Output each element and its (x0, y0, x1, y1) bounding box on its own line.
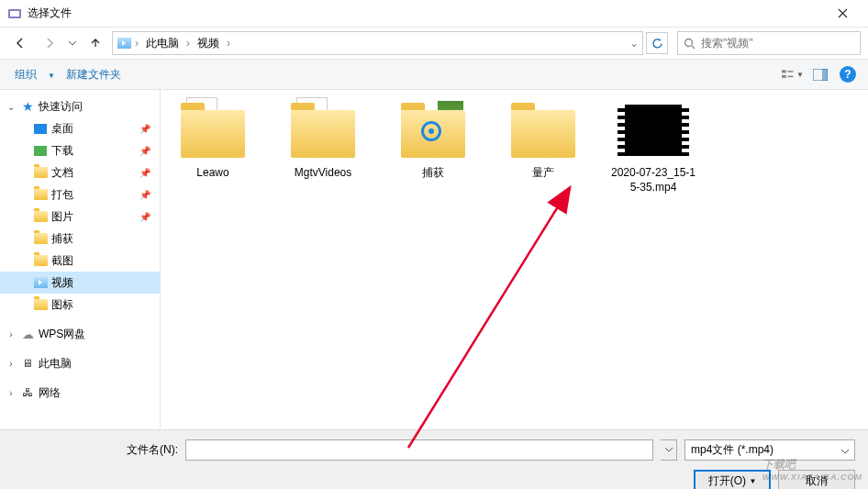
refresh-button[interactable] (646, 32, 668, 54)
expand-icon[interactable]: › (6, 329, 17, 339)
svg-line-9 (408, 189, 569, 448)
collapse-icon[interactable]: ⌄ (6, 102, 17, 112)
sidebar-item-label: WPS网盘 (39, 327, 85, 342)
open-button[interactable]: 打开(O) ▼ (694, 470, 771, 489)
annotation-arrow (390, 172, 592, 457)
view-options-button[interactable]: ▼ (782, 63, 804, 85)
chevron-right-icon: › (227, 37, 230, 50)
sidebar-quick-access[interactable]: ⌄ ★ 快速访问 (0, 95, 160, 117)
sidebar-this-pc[interactable]: › 🖥 此电脑 (0, 352, 160, 374)
organize-dropdown-icon[interactable]: ▼ (48, 72, 55, 80)
sidebar-item-label: 桌面 (51, 121, 73, 137)
toolbar: 组织 ▼ 新建文件夹 ▼ ? (0, 59, 868, 90)
search-input[interactable] (701, 37, 854, 50)
folder-icon (33, 165, 48, 180)
pin-icon: 📌 (139, 212, 150, 222)
file-item-4[interactable]: 2020-07-23_15-15-35.mp4 (608, 103, 698, 194)
organize-button[interactable]: 组织 (9, 63, 42, 86)
history-dropdown[interactable] (66, 41, 79, 46)
sidebar-item-6[interactable]: 截图 (0, 250, 160, 272)
up-button[interactable] (83, 31, 108, 55)
file-item-0[interactable]: Leawo (168, 103, 258, 194)
chevron-down-icon (841, 444, 849, 457)
pin-icon: 📌 (139, 124, 150, 134)
folder-icon (33, 297, 48, 312)
blue-icon (33, 121, 48, 136)
preview-pane-button[interactable] (809, 63, 831, 85)
sidebar-network[interactable]: › 🖧 网络 (0, 382, 160, 404)
network-icon: 🖧 (20, 385, 35, 400)
file-item-3[interactable]: 量产 (498, 103, 588, 194)
navbar: › 此电脑 › 视频 › ⌄ (0, 28, 868, 59)
sidebar-item-8[interactable]: 图标 (0, 294, 160, 316)
sidebar-item-label: 此电脑 (39, 356, 72, 372)
sidebar-item-label: 捕获 (51, 231, 73, 247)
sidebar-item-label: 快速访问 (39, 99, 83, 115)
sidebar-item-label: 截图 (51, 253, 73, 269)
sidebar: ⌄ ★ 快速访问 桌面📌下载📌文档📌打包📌图片📌捕获截图视频图标 › ☁ WPS… (0, 90, 161, 429)
pc-icon: 🖥 (20, 356, 35, 371)
search-box[interactable] (677, 31, 861, 55)
split-dropdown-icon: ▼ (749, 477, 756, 485)
sidebar-item-7[interactable]: 视频 (0, 272, 160, 294)
item-thumb (177, 103, 249, 160)
filename-dropdown[interactable] (661, 439, 677, 461)
sidebar-item-0[interactable]: 桌面📌 (0, 117, 160, 139)
item-label: MgtvVideos (295, 165, 351, 180)
star-icon: ★ (20, 99, 35, 114)
sidebar-item-2[interactable]: 文档📌 (0, 161, 160, 183)
sidebar-item-4[interactable]: 图片📌 (0, 206, 160, 228)
file-type-filter[interactable]: mp4文件 (*.mp4) (684, 439, 855, 461)
folder-icon (33, 209, 48, 224)
breadcrumb-pc[interactable]: 此电脑 (142, 34, 183, 53)
sidebar-item-label: 图标 (51, 297, 73, 313)
svg-rect-8 (822, 69, 828, 81)
cloud-icon: ☁ (20, 327, 35, 341)
folder-icon (33, 187, 48, 202)
folder-icon (33, 231, 48, 246)
svg-rect-1 (10, 11, 19, 17)
close-button[interactable] (824, 0, 861, 28)
expand-icon[interactable]: › (6, 359, 17, 369)
file-list[interactable]: LeawoMgtvVideos捕获量产2020-07-23_15-15-35.m… (161, 90, 868, 429)
breadcrumb-videos[interactable]: 视频 (194, 34, 223, 53)
item-thumb (618, 103, 689, 160)
green-icon (33, 143, 48, 158)
cancel-button[interactable]: 取消 (778, 470, 855, 489)
folder-icon (33, 253, 48, 268)
chevron-right-icon: › (135, 37, 139, 50)
file-item-1[interactable]: MgtvVideos (278, 103, 368, 194)
forward-button[interactable] (37, 31, 62, 55)
video-icon (33, 275, 48, 290)
app-icon (7, 6, 22, 21)
filename-label: 文件名(N): (13, 442, 178, 458)
new-folder-button[interactable]: 新建文件夹 (61, 63, 127, 86)
sidebar-item-label: 图片 (51, 209, 73, 225)
item-thumb (507, 103, 579, 160)
svg-point-2 (685, 39, 693, 46)
address-dropdown[interactable]: ⌄ (629, 37, 639, 50)
sidebar-item-3[interactable]: 打包📌 (0, 183, 160, 206)
help-icon: ? (840, 66, 856, 83)
help-button[interactable]: ? (837, 63, 859, 85)
item-label: 捕获 (422, 165, 444, 180)
sidebar-item-label: 视频 (51, 275, 73, 291)
back-button[interactable] (7, 31, 33, 55)
chevron-right-icon: › (186, 37, 190, 50)
item-label: Leawo (196, 165, 228, 180)
sidebar-item-5[interactable]: 捕获 (0, 228, 160, 250)
svg-rect-5 (787, 71, 793, 72)
sidebar-item-1[interactable]: 下载📌 (0, 139, 160, 161)
expand-icon[interactable]: › (6, 388, 17, 398)
svg-rect-6 (787, 76, 793, 78)
sidebar-item-label: 下载 (51, 143, 73, 159)
item-label: 量产 (532, 165, 554, 180)
address-bar[interactable]: › 此电脑 › 视频 › ⌄ (112, 31, 643, 55)
filename-input[interactable] (185, 439, 653, 461)
pin-icon: 📌 (139, 146, 150, 156)
sidebar-wps[interactable]: › ☁ WPS网盘 (0, 323, 160, 345)
filter-label: mp4文件 (*.mp4) (691, 442, 773, 458)
svg-rect-4 (782, 75, 786, 78)
dialog-footer: 文件名(N): mp4文件 (*.mp4) 打开(O) ▼ 取消 (0, 429, 868, 489)
file-item-2[interactable]: 捕获 (388, 103, 478, 194)
